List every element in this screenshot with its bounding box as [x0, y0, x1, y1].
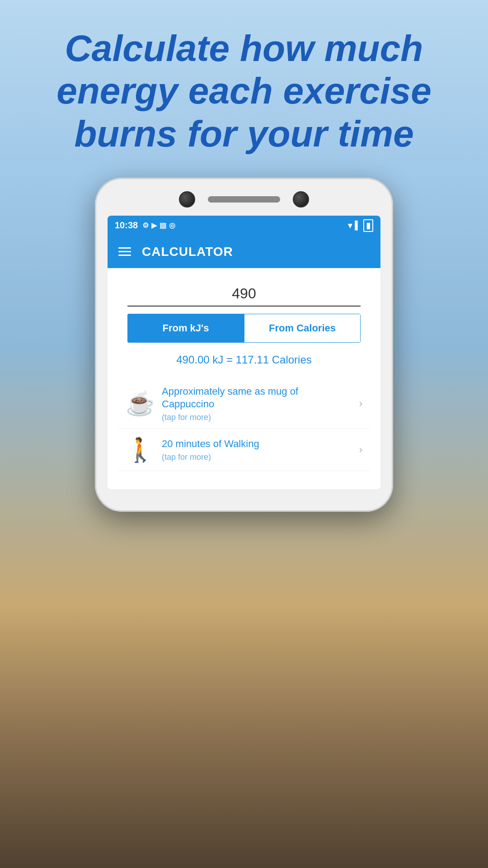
from-calories-button[interactable]: From Calories — [244, 314, 361, 343]
battery-icon: ▮ — [363, 219, 373, 232]
walking-list-item[interactable]: 🚶 20 minutes of Walking (tap for more) › — [118, 429, 370, 471]
result-text: 490.00 kJ = 117.11 Calories — [118, 354, 370, 366]
wifi-icon: ▾ — [348, 221, 352, 231]
status-right: ▾ ▌ ▮ — [348, 219, 373, 232]
wifi-off-icon: ◎ — [169, 221, 175, 230]
walking-title: 20 minutes of Walking — [162, 438, 352, 451]
hamburger-line-1 — [118, 247, 131, 249]
walking-emoji: 🚶 — [126, 436, 155, 464]
cappuccino-content: Approximately same as mug of Cappuccino … — [162, 385, 352, 422]
signal-icon: ▌ — [355, 221, 361, 230]
camera-right — [293, 191, 309, 208]
headline: Calculate how much energy each exercise … — [0, 0, 488, 173]
walking-content: 20 minutes of Walking (tap for more) — [162, 438, 352, 462]
status-bar: 10:38 ⚙ ▶ ▤ ◎ ▾ ▌ ▮ — [108, 216, 380, 236]
page-container: Calculate how much energy each exercise … — [0, 0, 488, 868]
cappuccino-icon: ☕ — [126, 389, 155, 418]
phone-frame: 10:38 ⚙ ▶ ▤ ◎ ▾ ▌ ▮ — [95, 178, 393, 512]
input-container — [118, 282, 370, 307]
walking-icon: 🚶 — [126, 435, 155, 464]
walking-chevron-icon: › — [359, 444, 362, 456]
status-left: 10:38 ⚙ ▶ ▤ ◎ — [115, 220, 175, 231]
cappuccino-chevron-icon: › — [359, 398, 362, 410]
sim-icon: ▤ — [160, 221, 166, 230]
toggle-group: From kJ's From Calories — [127, 314, 361, 343]
hamburger-line-3 — [118, 255, 131, 256]
from-kjs-button[interactable]: From kJ's — [127, 314, 244, 343]
cappuccino-title: Approximately same as mug of Cappuccino — [162, 385, 352, 411]
cappuccino-list-item[interactable]: ☕ Approximately same as mug of Cappuccin… — [118, 379, 370, 429]
hamburger-line-2 — [118, 251, 131, 252]
value-input[interactable] — [127, 282, 361, 307]
status-time: 10:38 — [115, 220, 138, 231]
hamburger-menu-button[interactable] — [118, 247, 131, 256]
app-bar: CALCULATOR — [108, 236, 380, 268]
status-icons: ⚙ ▶ ▤ ◎ — [142, 221, 175, 230]
play-icon: ▶ — [151, 221, 157, 230]
phone-top-bar — [108, 191, 380, 208]
settings-icon: ⚙ — [142, 221, 149, 230]
content-area: From kJ's From Calories 490.00 kJ = 117.… — [108, 268, 380, 489]
app-title: CALCULATOR — [142, 245, 233, 259]
coffee-emoji: ☕ — [126, 390, 155, 417]
speaker-bar — [208, 196, 280, 203]
phone-screen: 10:38 ⚙ ▶ ▤ ◎ ▾ ▌ ▮ — [108, 216, 380, 489]
cappuccino-subtitle: (tap for more) — [162, 413, 352, 422]
walking-subtitle: (tap for more) — [162, 453, 352, 462]
camera-left — [179, 191, 195, 208]
